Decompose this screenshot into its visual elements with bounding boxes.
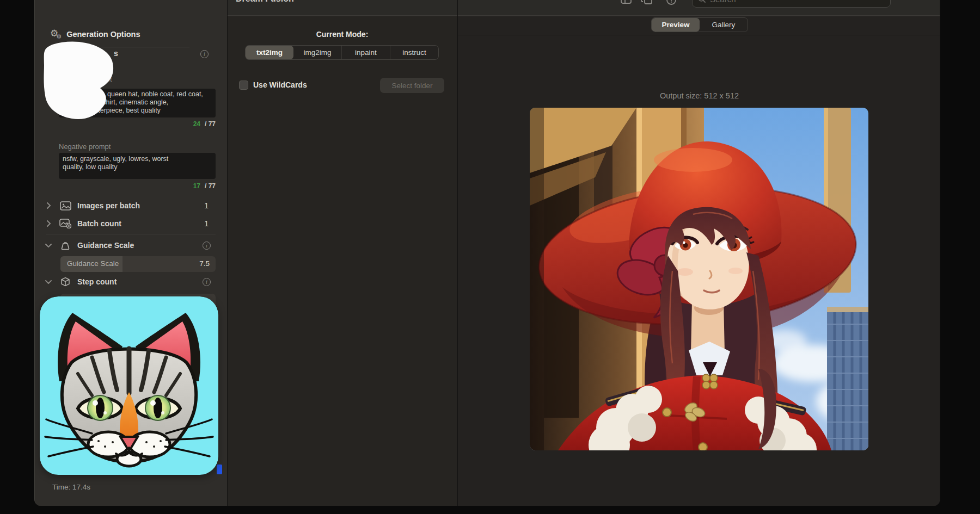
- step-info-icon[interactable]: i: [203, 278, 211, 286]
- generation-options-header: ⚙⚙ Generation Options: [50, 29, 140, 40]
- row-label: Guidance Scale: [77, 241, 134, 250]
- prompt-label-fragment: mpt: [100, 75, 112, 83]
- negative-line: nsfw, grayscale, ugly, lowres, worst: [63, 155, 168, 163]
- prompt-token-count: 24: [193, 120, 200, 128]
- guidance-info-icon[interactable]: i: [203, 241, 211, 250]
- preview-gallery-control: Preview Gallery: [651, 17, 748, 32]
- row-guidance-scale[interactable]: Guidance Scale i: [45, 238, 217, 253]
- prompt-token-counter: 24 / 77: [144, 120, 216, 128]
- mode-segmented-control: txt2img img2img inpaint instruct: [245, 45, 439, 60]
- generation-time-label: Time: 17.4s: [52, 483, 90, 491]
- negative-token-max: / 77: [205, 182, 216, 190]
- panel-icon[interactable]: [620, 0, 632, 5]
- chevron-right-icon: [45, 220, 52, 227]
- tab-instruct[interactable]: instruct: [390, 46, 438, 59]
- negative-prompt-label: Negative prompt: [59, 143, 111, 151]
- section-divider: [46, 234, 216, 234]
- search-icon: [698, 0, 706, 3]
- row-step-count[interactable]: Step count i: [45, 274, 217, 289]
- prompt-line: queen hat, noble coat, red coat,: [107, 90, 203, 98]
- tab-preview[interactable]: Preview: [652, 18, 700, 32]
- output-size-label: Output size: 512 x 512: [458, 91, 940, 100]
- prompts-label-fragment: s: [114, 49, 118, 58]
- row-label: Batch count: [77, 219, 121, 228]
- gears-icon: ⚙⚙: [50, 29, 62, 40]
- generated-preview-image: [530, 108, 868, 450]
- negative-token-count: 17: [193, 182, 200, 190]
- tab-txt2img[interactable]: txt2img: [246, 46, 293, 59]
- slider-label: Guidance Scale: [67, 259, 119, 268]
- tab-gallery[interactable]: Gallery: [700, 18, 748, 32]
- image-icon: [59, 201, 72, 210]
- chevron-right-icon: [45, 202, 52, 209]
- copy-icon[interactable]: [640, 0, 653, 5]
- row-value: 1: [204, 201, 209, 210]
- generation-options-label: Generation Options: [66, 30, 140, 39]
- current-mode-label: Current Mode:: [227, 30, 457, 39]
- sidebar: ⚙⚙ Generation Options i s mpt queen hat,…: [35, 0, 227, 506]
- tabs-divider: [458, 35, 940, 35]
- negative-line: quality, low quality: [63, 163, 118, 171]
- search-input[interactable]: Search: [692, 0, 891, 8]
- row-images-per-batch[interactable]: Images per batch 1: [45, 198, 217, 213]
- row-label: Step count: [77, 277, 117, 286]
- select-folder-button[interactable]: Select folder: [380, 78, 444, 93]
- search-placeholder: Search: [710, 0, 736, 4]
- row-batch-count[interactable]: Batch count 1: [45, 216, 217, 231]
- row-value: 1: [204, 219, 209, 228]
- app-window: Dream Fusion Search: [34, 0, 940, 506]
- weight-icon: [59, 240, 72, 250]
- generated-thumbnail-cat[interactable]: [40, 296, 218, 475]
- slider-value: 7.5: [199, 259, 210, 268]
- negative-token-counter: 17 / 77: [144, 182, 216, 190]
- negative-prompt-textarea[interactable]: nsfw, grayscale, ugly, lowres, worst qua…: [59, 153, 216, 179]
- cube-icon: [59, 277, 72, 287]
- row-label: Images per batch: [77, 201, 140, 210]
- prompts-info-icon[interactable]: i: [200, 50, 209, 58]
- desktop-background: Dream Fusion Search: [0, 0, 980, 514]
- prompt-line: le shirt, cinematic angle,: [95, 98, 168, 106]
- use-wildcards-label: Use WildCards: [253, 80, 307, 89]
- prompt-textarea[interactable]: queen hat, noble coat, red coat, le shir…: [59, 89, 216, 117]
- blue-accent-sliver: [217, 465, 222, 474]
- chevron-down-icon: [45, 243, 52, 247]
- header-divider: [45, 47, 189, 47]
- tab-inpaint[interactable]: inpaint: [341, 46, 390, 59]
- use-wildcards-checkbox[interactable]: [239, 80, 248, 90]
- prompt-token-max: / 77: [205, 120, 216, 128]
- badge-icon[interactable]: [666, 0, 677, 5]
- image-plus-icon: [59, 219, 72, 228]
- guidance-scale-slider[interactable]: Guidance Scale 7.5: [60, 256, 216, 272]
- tab-img2img[interactable]: img2img: [293, 46, 341, 59]
- prompt-line: asterpiece, best quality: [91, 107, 161, 114]
- chevron-down-icon: [45, 280, 52, 284]
- window-title: Dream Fusion: [236, 0, 294, 4]
